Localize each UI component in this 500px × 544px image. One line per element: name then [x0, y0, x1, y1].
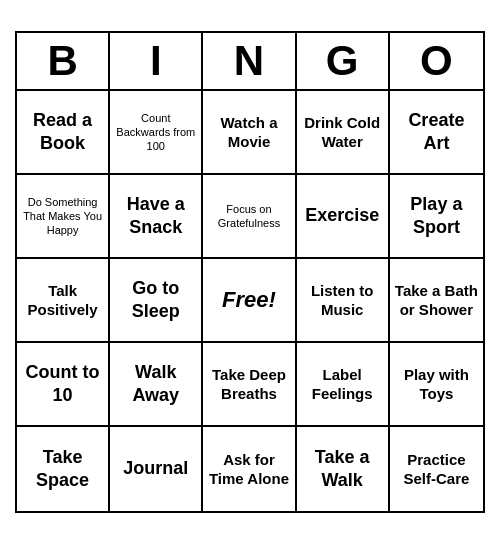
bingo-cell-24: Practice Self-Care: [390, 427, 483, 511]
bingo-letter-o: O: [390, 33, 483, 89]
cell-text-24: Practice Self-Care: [394, 450, 479, 489]
cell-text-17: Take Deep Breaths: [207, 365, 290, 404]
bingo-letter-g: G: [297, 33, 390, 89]
cell-text-23: Take a Walk: [301, 446, 384, 493]
cell-text-1: Count Backwards from 100: [114, 111, 197, 154]
cell-text-13: Listen to Music: [301, 281, 384, 320]
bingo-cell-23: Take a Walk: [297, 427, 390, 511]
bingo-cell-18: Label Feelings: [297, 343, 390, 427]
bingo-card: BINGO Read a BookCount Backwards from 10…: [15, 31, 485, 513]
cell-text-6: Have a Snack: [114, 193, 197, 240]
bingo-cell-5: Do Something That Makes You Happy: [17, 175, 110, 259]
bingo-cell-6: Have a Snack: [110, 175, 203, 259]
bingo-cell-13: Listen to Music: [297, 259, 390, 343]
cell-text-8: Exercise: [305, 204, 379, 227]
cell-text-2: Watch a Movie: [207, 113, 290, 152]
cell-text-9: Play a Sport: [394, 193, 479, 240]
bingo-cell-0: Read a Book: [17, 91, 110, 175]
bingo-cell-14: Take a Bath or Shower: [390, 259, 483, 343]
cell-text-16: Walk Away: [114, 361, 197, 408]
bingo-cell-2: Watch a Movie: [203, 91, 296, 175]
cell-text-18: Label Feelings: [301, 365, 384, 404]
cell-text-5: Do Something That Makes You Happy: [21, 195, 104, 238]
cell-text-7: Focus on Gratefulness: [207, 202, 290, 231]
bingo-header: BINGO: [17, 33, 483, 91]
bingo-cell-7: Focus on Gratefulness: [203, 175, 296, 259]
cell-text-22: Ask for Time Alone: [207, 450, 290, 489]
bingo-cell-21: Journal: [110, 427, 203, 511]
cell-text-4: Create Art: [394, 109, 479, 156]
cell-text-20: Take Space: [21, 446, 104, 493]
cell-text-0: Read a Book: [21, 109, 104, 156]
bingo-cell-12: Free!: [203, 259, 296, 343]
bingo-letter-b: B: [17, 33, 110, 89]
bingo-cell-15: Count to 10: [17, 343, 110, 427]
bingo-cell-20: Take Space: [17, 427, 110, 511]
bingo-cell-10: Talk Positively: [17, 259, 110, 343]
bingo-cell-22: Ask for Time Alone: [203, 427, 296, 511]
bingo-grid: Read a BookCount Backwards from 100Watch…: [17, 91, 483, 511]
bingo-cell-3: Drink Cold Water: [297, 91, 390, 175]
bingo-cell-8: Exercise: [297, 175, 390, 259]
bingo-cell-11: Go to Sleep: [110, 259, 203, 343]
cell-text-11: Go to Sleep: [114, 277, 197, 324]
cell-text-21: Journal: [123, 457, 188, 480]
cell-text-3: Drink Cold Water: [301, 113, 384, 152]
bingo-cell-19: Play with Toys: [390, 343, 483, 427]
cell-text-14: Take a Bath or Shower: [394, 281, 479, 320]
bingo-cell-17: Take Deep Breaths: [203, 343, 296, 427]
cell-text-12: Free!: [222, 286, 276, 315]
bingo-cell-9: Play a Sport: [390, 175, 483, 259]
bingo-cell-4: Create Art: [390, 91, 483, 175]
bingo-letter-n: N: [203, 33, 296, 89]
cell-text-10: Talk Positively: [21, 281, 104, 320]
bingo-letter-i: I: [110, 33, 203, 89]
bingo-cell-1: Count Backwards from 100: [110, 91, 203, 175]
bingo-cell-16: Walk Away: [110, 343, 203, 427]
cell-text-15: Count to 10: [21, 361, 104, 408]
cell-text-19: Play with Toys: [394, 365, 479, 404]
